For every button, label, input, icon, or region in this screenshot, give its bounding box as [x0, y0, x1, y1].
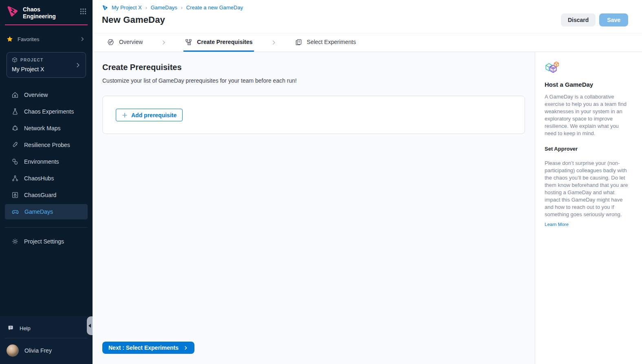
node-tree-icon: [11, 175, 19, 182]
discard-button[interactable]: Discard: [561, 13, 596, 26]
gear-icon: [11, 238, 19, 245]
tab-overview[interactable]: Overview: [106, 33, 144, 52]
sidebar-item-network-maps[interactable]: Network Maps: [5, 121, 88, 136]
breadcrumb-separator: ›: [146, 5, 147, 11]
chevron-right-icon: [75, 62, 81, 68]
sidebar-item-gamedays[interactable]: GameDays: [5, 204, 88, 219]
project-label: PROJECT: [20, 58, 43, 62]
chevron-right-icon: [183, 345, 188, 351]
sidebar-item-environments[interactable]: Environments: [5, 154, 88, 169]
sidebar-bottom: ? Help Olivia Frey: [0, 316, 93, 364]
flask-icon: [11, 108, 19, 115]
cube-icon: [12, 57, 18, 63]
sidebar-item-label: Chaos Experiments: [24, 108, 74, 115]
tab-label: Create Prerequisites: [197, 39, 252, 45]
sidebar-item-chaos-experiments[interactable]: Chaos Experiments: [5, 104, 88, 119]
sidebar-item-label: Resilience Probes: [24, 142, 70, 148]
network-map-icon: [11, 125, 19, 132]
harness-logo-icon[interactable]: [6, 5, 19, 18]
probe-icon: [11, 141, 19, 149]
app-root: Chaos Engineering Favorites: [0, 0, 642, 364]
learn-more-link[interactable]: Learn More: [545, 222, 569, 227]
sidebar-item-label: ChaosGuard: [24, 192, 56, 198]
help-label: Help: [20, 325, 31, 331]
title-row: New GameDay Discard Save: [102, 13, 628, 26]
tab-label: Overview: [119, 39, 143, 45]
project-selector[interactable]: PROJECT My Project X: [7, 52, 86, 78]
tab-select-experiments[interactable]: Select Experiments: [293, 33, 357, 52]
sidebar-item-label: Project Settings: [24, 238, 64, 245]
sidebar-item-favorites[interactable]: Favorites: [0, 36, 93, 42]
sidebar-item-help[interactable]: ? Help: [0, 319, 93, 337]
plus-icon: [122, 112, 128, 118]
sidebar-item-chaosguard[interactable]: ChaosGuard: [5, 187, 88, 203]
home-icon: [11, 91, 19, 99]
user-name: Olivia Frey: [24, 347, 52, 354]
environments-icon: [11, 158, 19, 165]
breadcrumb-link-gamedays[interactable]: GameDays: [151, 4, 177, 11]
svg-text:?: ?: [10, 326, 11, 329]
next-select-experiments-button[interactable]: Next : Select Experiments: [102, 342, 194, 354]
prerequisites-card: Add prerequisite: [102, 96, 525, 134]
help-panel-title: Host a GameDay: [545, 81, 631, 88]
breadcrumb-link-create-gameday[interactable]: Create a new GameDay: [186, 4, 243, 11]
add-prerequisite-label: Add prerequisite: [131, 112, 176, 118]
avatar: [7, 344, 19, 357]
sidebar-item-chaoshubs[interactable]: ChaosHubs: [5, 171, 88, 186]
app-switcher-icon[interactable]: [79, 5, 87, 15]
project-label-row: PROJECT: [12, 57, 81, 63]
sidebar-nav: Overview Chaos Experiments Network Ma: [0, 86, 93, 221]
brand: Chaos Engineering: [0, 0, 93, 23]
sidebar-divider: [5, 227, 88, 228]
help-panel-intro: A GameDay is a collaborative exercise to…: [545, 93, 631, 137]
save-button[interactable]: Save: [599, 13, 628, 26]
sidebar-item-overview[interactable]: Overview: [5, 87, 88, 103]
sidebar-spacer: [0, 250, 93, 316]
chevron-right-icon: [271, 33, 277, 52]
wizard-tabbar: Overview Create Prerequisites: [93, 33, 642, 52]
breadcrumb-separator: ›: [181, 5, 183, 11]
sidebar-item-label: Overview: [24, 92, 48, 98]
hexagon-gear-icon: [107, 38, 115, 46]
sidebar-item-label: Network Maps: [24, 125, 60, 132]
brand-line1: Chaos: [23, 6, 75, 13]
sidebar-item-project-settings[interactable]: Project Settings: [5, 234, 88, 249]
section-heading: Create Prerequisites: [102, 63, 525, 72]
breadcrumb: My Project X › GameDays › Create a new G…: [102, 4, 628, 11]
sidebar-collapse-handle[interactable]: [87, 316, 93, 335]
lock-icon: [11, 191, 19, 199]
sidebar-item-resilience-probes[interactable]: Resilience Probes: [5, 137, 88, 153]
isometric-cubes-icon: [545, 61, 631, 75]
flowchart-icon: [185, 38, 192, 46]
help-panel-section-title: Set Approver: [545, 146, 631, 152]
favorites-label: Favorites: [18, 36, 39, 42]
sidebar-item-label: ChaosHubs: [24, 175, 54, 182]
harness-breadcrumb-icon: [102, 5, 108, 11]
breadcrumb-link-project[interactable]: My Project X: [112, 4, 142, 11]
brand-title: Chaos Engineering: [23, 5, 75, 20]
main-column: My Project X › GameDays › Create a new G…: [93, 0, 642, 364]
sidebar-item-label: GameDays: [24, 208, 53, 215]
add-prerequisite-button[interactable]: Add prerequisite: [116, 109, 183, 121]
collapse-triangle-icon: [88, 324, 91, 328]
chevron-right-icon: [79, 36, 85, 42]
card-stack-icon: [295, 38, 302, 46]
brand-divider: [5, 24, 88, 25]
page-header: My Project X › GameDays › Create a new G…: [93, 0, 642, 33]
main-content: Create Prerequisites Customize your list…: [93, 52, 535, 364]
brand-line2: Engineering: [23, 13, 75, 20]
content-row: Create Prerequisites Customize your list…: [93, 52, 642, 364]
next-button-label: Next : Select Experiments: [108, 344, 179, 351]
section-subheading: Customize your list of GameDay prerequis…: [102, 77, 525, 84]
user-profile[interactable]: Olivia Frey: [0, 339, 93, 364]
help-panel: Host a GameDay A GameDay is a collaborat…: [535, 52, 642, 364]
gamepad-icon: [11, 208, 19, 216]
help-panel-section-body: Please don’t surprise your (non-particip…: [545, 160, 631, 218]
tab-create-prerequisites[interactable]: Create Prerequisites: [183, 33, 254, 52]
sidebar-item-label: Environments: [24, 158, 59, 165]
star-icon: [7, 36, 13, 42]
help-chat-icon: ?: [7, 325, 14, 332]
chevron-right-icon: [161, 33, 167, 52]
sidebar: Chaos Engineering Favorites: [0, 0, 93, 364]
tab-label: Select Experiments: [307, 39, 356, 45]
